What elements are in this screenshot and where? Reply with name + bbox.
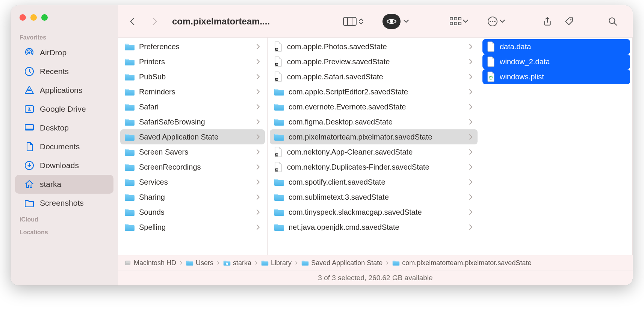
main-pane: com.pixelmatorteam.... <box>118 5 633 285</box>
preview-toggle-button[interactable] <box>382 14 410 29</box>
airdrop-icon <box>24 47 35 58</box>
list-item[interactable]: com.evernote.Evernote.savedState <box>270 99 478 114</box>
sidebar-item-airdrop[interactable]: AirDrop <box>15 43 113 62</box>
home-icon <box>24 179 35 190</box>
list-item[interactable]: com.figma.Desktop.savedState <box>270 114 478 129</box>
list-item[interactable]: Screen Savers <box>120 144 265 159</box>
sidebar-item-label: Applications <box>40 86 82 95</box>
close-window-button[interactable] <box>20 14 26 21</box>
list-item-label: com.apple.ScriptEditor2.savedState <box>289 88 463 96</box>
list-item[interactable]: com.pixelmatorteam.pixelmator.savedState <box>270 129 478 144</box>
list-item[interactable]: com.tinyspeck.slackmacgap.savedState <box>270 205 478 220</box>
sidebar-section-favorites: Favorites <box>11 30 118 43</box>
chevron-right-icon <box>385 260 390 266</box>
list-item[interactable]: Sharing <box>120 190 265 205</box>
path-segment[interactable]: Library <box>261 259 292 267</box>
column-2[interactable]: com.apple.Photos.savedStatecom.apple.Pre… <box>268 38 480 255</box>
sidebar-item-recents[interactable]: Recents <box>15 62 113 81</box>
sidebar-item-applications[interactable]: Applications <box>15 81 113 100</box>
sidebar-item-desktop[interactable]: Desktop <box>15 118 113 137</box>
chevron-right-icon <box>294 260 299 266</box>
path-segment-label: Saved Application State <box>311 259 382 267</box>
column-3[interactable]: data.datawindow_2.datawindows.plist <box>480 38 633 255</box>
list-item[interactable]: Services <box>120 174 265 190</box>
list-item[interactable]: com.apple.Preview.savedState <box>270 54 478 69</box>
svg-point-26 <box>492 21 493 22</box>
list-item[interactable]: com.nektony.App-Cleaner.savedState <box>270 144 478 159</box>
chevron-right-icon <box>216 260 221 266</box>
search-button[interactable] <box>603 12 622 30</box>
list-item[interactable]: net.java.openjdk.cmd.savedState <box>270 220 478 235</box>
sidebar-item-screenshots[interactable]: Screenshots <box>15 194 113 212</box>
path-bar[interactable]: Macintosh HDUsersstarkaLibrarySaved Appl… <box>118 255 633 270</box>
list-item[interactable]: windows.plist <box>482 69 630 84</box>
list-item[interactable]: com.apple.ScriptEditor2.savedState <box>270 84 478 99</box>
chevron-right-icon <box>178 260 184 266</box>
column-1[interactable]: PreferencesPrintersPubSubRemindersSafari… <box>118 38 268 255</box>
path-segment[interactable]: Users <box>186 259 213 267</box>
list-item[interactable]: com.sublimetext.3.savedState <box>270 190 478 205</box>
list-item[interactable]: com.apple.Safari.savedState <box>270 69 478 84</box>
list-item[interactable]: ScreenRecordings <box>120 159 265 174</box>
list-item-label: Preferences <box>139 42 251 51</box>
path-segment-label: Users <box>196 259 213 267</box>
chevron-right-icon <box>254 260 259 266</box>
view-mode-columns-button[interactable] <box>343 16 364 27</box>
list-item[interactable]: Spelling <box>120 220 265 235</box>
list-item-label: windows.plist <box>500 73 626 81</box>
minimize-window-button[interactable] <box>30 14 37 21</box>
path-segment[interactable]: Macintosh HD <box>124 259 176 267</box>
list-item-label: Safari <box>139 103 251 111</box>
list-item-label: com.sublimetext.3.savedState <box>289 193 463 202</box>
svg-rect-23 <box>458 22 461 25</box>
list-item[interactable]: data.data <box>482 39 630 54</box>
sidebar-item-downloads[interactable]: Downloads <box>15 156 113 175</box>
path-segment[interactable]: com.pixelmatorteam.pixelmator.savedState <box>392 259 531 267</box>
sidebar-item-starka[interactable]: starka <box>15 175 113 194</box>
list-item-label: com.spotify.client.savedState <box>289 178 463 187</box>
sidebar-item-google-drive[interactable]: Google Drive <box>15 100 113 118</box>
folder-icon <box>24 198 35 208</box>
svg-point-17 <box>390 20 393 23</box>
list-item-label: SafariSafeBrowsing <box>139 118 251 126</box>
tags-button[interactable] <box>560 12 579 30</box>
sidebar-item-documents[interactable]: Documents <box>15 137 113 156</box>
sidebar-item-label: Recents <box>40 67 69 76</box>
path-segment[interactable]: Saved Application State <box>301 259 382 267</box>
path-segment[interactable]: starka <box>223 259 251 267</box>
list-item[interactable]: Preferences <box>120 39 265 54</box>
list-item[interactable]: PubSub <box>120 69 265 84</box>
path-segment-label: com.pixelmatorteam.pixelmator.savedState <box>402 259 531 267</box>
svg-rect-21 <box>450 22 453 25</box>
list-item-label: com.apple.Safari.savedState <box>287 73 463 81</box>
sidebar-section-icloud: iCloud <box>11 212 118 225</box>
svg-rect-18 <box>450 17 453 20</box>
forward-button[interactable] <box>145 12 164 30</box>
sidebar-item-label: AirDrop <box>40 48 67 57</box>
path-segment-label: starka <box>233 259 251 267</box>
list-item-label: com.tinyspeck.slackmacgap.savedState <box>289 208 463 217</box>
doc-icon <box>24 141 35 152</box>
list-item-label: Screen Savers <box>139 148 251 156</box>
list-item-label: com.apple.Photos.savedState <box>287 42 463 51</box>
list-item-label: Printers <box>139 58 251 66</box>
sidebar-item-label: Screenshots <box>40 199 84 208</box>
list-item[interactable]: Printers <box>120 54 265 69</box>
back-button[interactable] <box>123 12 142 30</box>
list-item[interactable]: com.spotify.client.savedState <box>270 174 478 190</box>
zoom-window-button[interactable] <box>41 14 48 21</box>
list-item[interactable]: Sounds <box>120 205 265 220</box>
list-item-label: Sounds <box>139 208 251 217</box>
action-menu-button[interactable] <box>487 16 506 27</box>
list-item[interactable]: SafariSafeBrowsing <box>120 114 265 129</box>
svg-rect-19 <box>454 17 457 20</box>
list-item[interactable]: Reminders <box>120 84 265 99</box>
list-item[interactable]: com.nektony.Duplicates-Finder.savedState <box>270 159 478 174</box>
list-item[interactable]: window_2.data <box>482 54 630 69</box>
list-item[interactable]: Saved Application State <box>120 129 265 144</box>
window-title: com.pixelmatorteam.... <box>167 16 280 27</box>
group-by-button[interactable] <box>449 17 469 26</box>
list-item[interactable]: com.apple.Photos.savedState <box>270 39 478 54</box>
list-item[interactable]: Safari <box>120 99 265 114</box>
share-button[interactable] <box>538 12 557 30</box>
